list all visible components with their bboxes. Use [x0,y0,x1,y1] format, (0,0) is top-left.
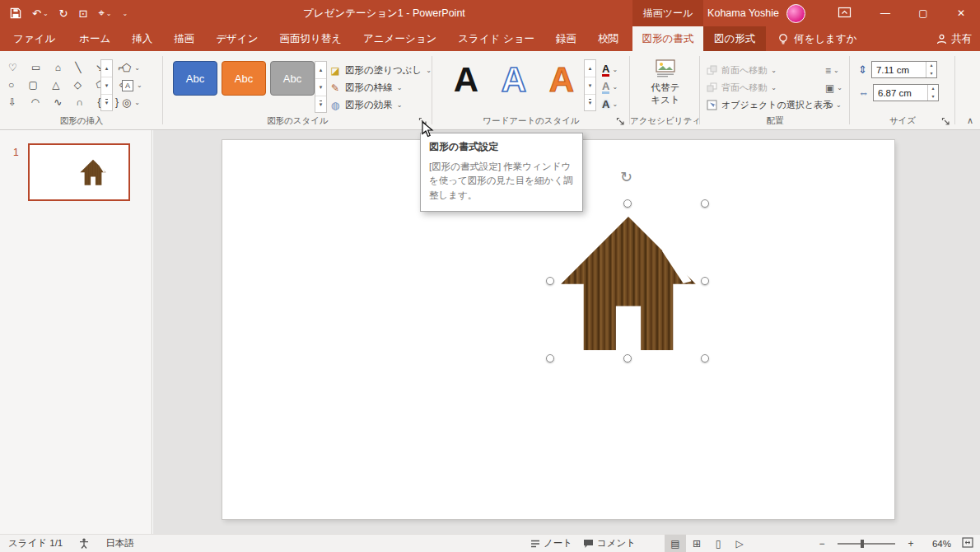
slide-thumbnail[interactable] [28,143,130,201]
touch-mode-button[interactable]: ⌖⌄ [98,7,111,20]
selection-handle-n[interactable] [623,199,632,208]
selection-handle-ne[interactable] [701,199,709,208]
selection-handle-w[interactable] [546,277,554,285]
styles-up-button[interactable]: ▴ [315,62,326,79]
text-effects-button[interactable]: A⌄ [602,96,618,113]
shape-outline-button[interactable]: ✎ 図形の枠線 ⌄ [329,79,432,96]
zoom-in-button[interactable]: + [906,538,916,550]
styles-down-button[interactable]: ▾ [315,79,326,96]
group-shape-styles: Abc Abc Abc ▴ ▾ ▾ ◪ 図形の塗りつぶし ⌄ ✎ 図形の枠線 ⌄ [163,51,432,129]
wordart-up-button[interactable]: ▴ [585,60,595,77]
text-outline-icon: A [602,81,609,94]
fit-to-window-button[interactable] [962,537,973,550]
tab-draw[interactable]: 描画 [163,26,205,51]
text-fill-icon: A [602,63,609,77]
rotation-handle[interactable]: ↻ [620,168,632,186]
tab-animations[interactable]: アニメーション [352,26,447,51]
tab-file[interactable]: ファイル [0,26,68,51]
house-shape[interactable] [555,209,702,358]
collapse-ribbon-button[interactable]: ∧ [967,115,973,126]
wordart-more-button[interactable]: ▾ [585,95,595,111]
height-down-button[interactable]: ▾ [926,70,936,78]
ribbon-display-options-button[interactable] [838,6,852,22]
account-button[interactable]: Kohama Yoshie [707,0,805,26]
shape-effects-button[interactable]: ◍ 図形の効果 ⌄ [329,96,432,114]
align-button[interactable]: ≡⌄ [825,62,842,79]
styles-more-button[interactable]: ▾ [315,96,326,113]
share-button[interactable]: 共有 [936,26,972,51]
shape-style-orange[interactable]: Abc [222,61,266,96]
selection-handle-s[interactable] [623,354,632,363]
zoom-slider[interactable] [838,543,895,545]
tab-design[interactable]: デザイン [205,26,268,51]
tab-transitions[interactable]: 画面切り替え [268,26,352,51]
rotate-objects-button[interactable]: ↻⌄ [825,96,842,114]
comments-button[interactable]: コメント [583,537,636,550]
wordart-style-orange[interactable]: A [543,56,581,104]
edit-shape-button[interactable]: ⬠⌄ [122,59,142,77]
slides-panel: 1 [0,130,152,534]
selection-pane-button[interactable]: オブジェクトの選択と表示 [707,96,832,114]
merge-shapes-button[interactable]: ◎⌄ [122,94,142,111]
caret-icon: ⌄ [134,64,140,72]
tab-review[interactable]: 校閲 [587,26,629,51]
tab-picture-format[interactable]: 図の形式 [703,26,766,51]
group-label: アクセシビリティ [630,115,700,127]
width-down-button[interactable]: ▾ [928,93,938,101]
shape-gallery-row[interactable]: ○ ▢ △ ◇ ⬠ ⇦ [8,77,94,94]
undo-button[interactable]: ↶⌄ [32,7,49,20]
shape-fill-button[interactable]: ◪ 図形の塗りつぶし ⌄ [329,62,432,79]
shape-style-gray[interactable]: Abc [270,61,315,96]
slideshow-view-button[interactable]: ▷ [729,535,750,552]
slide-number: 1 [13,147,19,158]
height-up-button[interactable]: ▴ [926,62,936,70]
customize-qat-button[interactable]: ⌄ [122,10,128,17]
send-backward-button[interactable]: 背面へ移動 ⌄ [707,79,832,96]
redo-button[interactable]: ↻ [59,7,68,20]
shape-outline-icon: ✎ [329,82,341,94]
selection-handle-sw[interactable] [546,354,554,363]
maximize-button[interactable]: ▢ [904,0,942,26]
reading-view-button[interactable]: ▯ [707,535,729,552]
width-up-button[interactable]: ▴ [928,85,938,93]
bring-forward-button[interactable]: 前面へ移動 ⌄ [707,62,832,79]
tab-shape-format-active[interactable]: 図形の書式 [632,26,703,51]
language-button[interactable]: 日本語 [105,537,134,550]
tab-home[interactable]: ホーム [68,26,121,51]
wordart-more-icon: ▾ [589,99,592,105]
text-fill-button[interactable]: A⌄ [602,61,618,78]
shape-style-blue[interactable]: Abc [173,61,217,96]
wordart-style-outline[interactable]: A [495,56,533,104]
shape-gallery-row[interactable]: ⇩ ◠ ∿ ∩ { } [8,94,94,111]
shape-fill-icon: ◪ [329,65,341,77]
group-objects-button[interactable]: ▣⌄ [825,79,842,96]
save-button[interactable] [10,7,21,19]
merge-shapes-icon: ◎ [122,96,131,109]
tab-insert[interactable]: 挿入 [121,26,163,51]
slide-sorter-view-button[interactable]: ⊞ [686,535,707,552]
text-outline-button[interactable]: A⌄ [602,78,618,96]
close-button[interactable]: ✕ [942,0,980,26]
zoom-slider-thumb[interactable] [861,540,864,548]
zoom-percentage[interactable]: 64% [926,539,951,549]
tab-record[interactable]: 録画 [545,26,587,51]
shape-gallery-row[interactable]: ♡ ▭ ⌂ ╲ ↘ ⌐ [8,59,94,77]
notes-button[interactable]: ノート [530,537,572,550]
accessibility-checker-button[interactable] [79,538,89,549]
alt-text-button[interactable]: 代替テキスト [638,59,693,106]
selection-handle-e[interactable] [701,277,709,285]
gallery-up-button[interactable]: ▴ [101,60,112,77]
minimize-button[interactable]: — [866,0,904,26]
tell-me-button[interactable]: 何をしますか [777,26,856,51]
start-slideshow-button[interactable]: ⊡ [79,7,88,20]
gallery-down-button[interactable]: ▾ [101,77,112,95]
zoom-out-button[interactable]: − [817,538,827,550]
text-box-button[interactable]: A⌄ [122,77,142,94]
touch-mode-icon: ⌖ [98,7,104,20]
normal-view-button[interactable]: ▤ [665,535,686,552]
tab-slideshow[interactable]: スライド ショー [447,26,545,51]
wordart-down-button[interactable]: ▾ [585,77,595,95]
wordart-style-black[interactable]: A [447,56,485,104]
gallery-more-button[interactable]: ▾ [101,95,112,111]
selection-handle-se[interactable] [701,354,709,363]
